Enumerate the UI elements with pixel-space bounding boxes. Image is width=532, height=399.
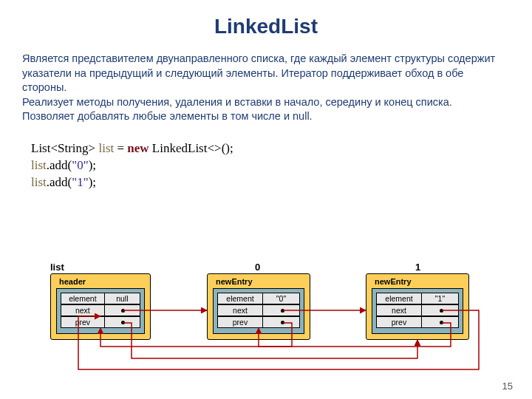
desc-p1: Является представителем двунаправленного… [22, 52, 510, 95]
code-keyword: new [127, 141, 149, 155]
desc-p3: Позволяет добавлять любые элементы в том… [22, 109, 510, 124]
code-string: "1" [72, 175, 88, 189]
desc-p2: Реализует методы получения, удаления и в… [22, 95, 510, 110]
description-block: Является представителем двунаправленного… [22, 52, 510, 124]
code-line-2: list.add("0"); [31, 157, 532, 174]
slide-number: 15 [502, 381, 513, 392]
code-text: = [114, 141, 127, 155]
code-block: List<String> list = new LinkedList<>(); … [31, 140, 532, 191]
code-var: list [31, 175, 47, 189]
code-text: .add( [47, 158, 72, 172]
code-line-3: list.add("1"); [31, 174, 532, 191]
code-text: ); [89, 175, 96, 189]
code-text: LinkedList<>(); [149, 141, 233, 155]
code-text: ); [89, 158, 96, 172]
code-var: list [31, 158, 47, 172]
linked-list-diagram: list header element null next prev 0 new… [37, 259, 495, 377]
code-text: .add( [47, 175, 72, 189]
code-text: List<String> [31, 141, 95, 155]
code-var: list [98, 141, 114, 155]
slide-title: LinkedList [0, 15, 532, 38]
code-line-1: List<String> list = new LinkedList<>(); [31, 140, 532, 157]
arrows-svg [37, 259, 495, 377]
code-string: "0" [72, 158, 88, 172]
